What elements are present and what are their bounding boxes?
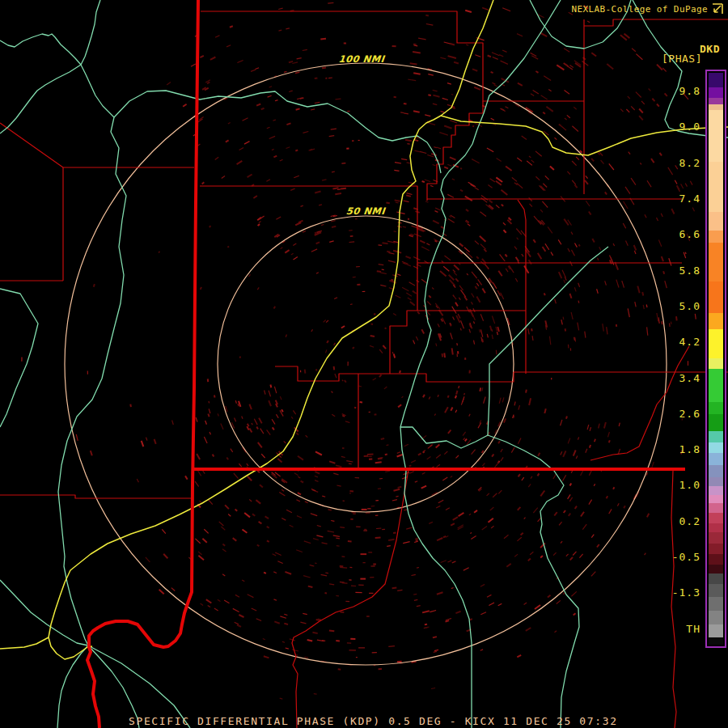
colorbar-units-label: [PHAS] bbox=[662, 53, 702, 65]
brand-text: NEXLAB-College of DuPage bbox=[571, 4, 708, 15]
colorbar-tick: 1.0 bbox=[679, 479, 700, 491]
colorbar-segment bbox=[709, 544, 723, 554]
colorbar-segment bbox=[709, 73, 723, 87]
colorbar-tick: 2.6 bbox=[679, 408, 700, 420]
colorbar-segment bbox=[709, 414, 723, 431]
colorbar-tick: -1.3 bbox=[672, 586, 700, 599]
colorbar-segment bbox=[709, 611, 723, 624]
state-border-lines bbox=[87, 0, 685, 728]
colorbar-segment bbox=[709, 313, 723, 329]
colorbar-segment bbox=[709, 477, 723, 486]
colorbar-segment bbox=[709, 495, 723, 503]
colorbar-segment bbox=[709, 523, 723, 532]
colorbar-segment bbox=[709, 465, 723, 477]
colorbar-segment bbox=[709, 369, 723, 402]
colorbar-tick: 3.4 bbox=[679, 372, 700, 384]
colorbar-tick: TH bbox=[686, 623, 700, 635]
product-title: SPECIFIC DIFFERENTIAL PHASE (KDP) 0.5 DE… bbox=[129, 715, 618, 727]
radar-display: NEXLAB-College of DuPage DKD [PHAS] 9.89… bbox=[0, 0, 728, 728]
colorbar-segment bbox=[709, 574, 723, 584]
colorbar-tick: 5.0 bbox=[679, 300, 700, 312]
colorbar-segment bbox=[709, 281, 723, 313]
colorbar-segment bbox=[709, 503, 723, 513]
colorbar-tick: 6.6 bbox=[679, 228, 700, 240]
colorbar-tick: 0.2 bbox=[679, 515, 700, 527]
colorbar-segment bbox=[709, 442, 723, 453]
colorbar-segment bbox=[709, 243, 723, 281]
pointer-icon bbox=[711, 2, 724, 15]
colorbar-tick: 4.2 bbox=[679, 336, 700, 348]
colorbar-segment bbox=[709, 402, 723, 414]
colorbar-segment bbox=[709, 486, 723, 495]
colorbar-segment bbox=[709, 104, 723, 110]
river-lines bbox=[0, 0, 728, 728]
colorbar-tick: 9.0 bbox=[679, 121, 700, 133]
colorbar-segment bbox=[709, 453, 723, 465]
highway-lines bbox=[0, 0, 728, 659]
radar-map bbox=[0, 0, 728, 728]
colorbar-segment bbox=[709, 358, 723, 369]
colorbar-segment bbox=[709, 584, 723, 597]
colorbar-segment bbox=[709, 110, 723, 162]
colorbar bbox=[705, 70, 726, 648]
colorbar-segment bbox=[709, 431, 723, 442]
colorbar-tick: 9.8 bbox=[679, 85, 700, 97]
colorbar-segment bbox=[709, 212, 723, 231]
colorbar-tick: 7.4 bbox=[679, 193, 700, 205]
station-code: DKD bbox=[700, 43, 720, 55]
colorbar-tick: 8.2 bbox=[679, 157, 700, 169]
range-ring-label: 100 NMI bbox=[338, 53, 385, 65]
colorbar-segment bbox=[709, 624, 723, 637]
colorbar-segment bbox=[709, 87, 723, 98]
colorbar-tick: 1.8 bbox=[679, 443, 700, 455]
colorbar-tick: 5.8 bbox=[679, 265, 700, 277]
colorbar-segment bbox=[709, 513, 723, 523]
colorbar-segment bbox=[709, 565, 723, 574]
colorbar-segment bbox=[709, 98, 723, 104]
range-ring-label: 50 NMI bbox=[345, 205, 386, 217]
colorbar-segment bbox=[709, 554, 723, 565]
range-rings bbox=[65, 63, 667, 665]
county-border-lines bbox=[0, 11, 728, 728]
colorbar-segment bbox=[709, 162, 723, 212]
colorbar-segment bbox=[709, 637, 723, 645]
colorbar-segment bbox=[709, 597, 723, 611]
colorbar-gradient bbox=[709, 73, 723, 645]
colorbar-tick: -0.5 bbox=[672, 551, 700, 563]
colorbar-segment bbox=[709, 329, 723, 358]
colorbar-segment bbox=[709, 532, 723, 544]
colorbar-segment bbox=[709, 231, 723, 243]
